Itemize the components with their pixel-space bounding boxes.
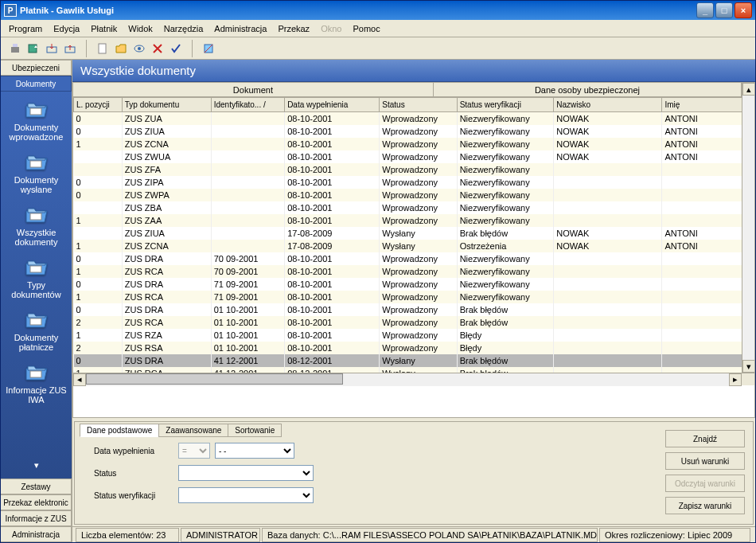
col-header-2[interactable]: Identyfikato... / xyxy=(211,98,284,112)
left-tab-przekaz-elektronic[interactable]: Przekaz elektronic xyxy=(1,494,72,510)
col-header-7[interactable]: Imię xyxy=(662,98,742,112)
menu-narzędzia[interactable]: Narzędzia xyxy=(159,22,208,35)
table-cell: 0 xyxy=(74,112,123,125)
table-cell xyxy=(211,240,284,252)
menu-administracja[interactable]: Administracja xyxy=(209,22,271,35)
table-cell: 71 09-2001 xyxy=(211,278,284,291)
scroll-right-arrow[interactable]: ▸ xyxy=(729,373,742,386)
table-row[interactable]: 1ZUS RZA01 10-200108-10-2001WprowadzonyB… xyxy=(74,329,742,342)
table-cell: 08-10-2001 xyxy=(285,138,380,150)
table-row[interactable]: 0ZUS DRA01 10-200108-10-2001WprowadzonyB… xyxy=(74,303,742,316)
table-row[interactable]: 2ZUS RSA01 10-200108-10-2001WprowadzonyB… xyxy=(74,342,742,354)
nav-item-1[interactable]: Dokumenty wysłane xyxy=(5,149,68,197)
col-header-5[interactable]: Status weryfikacji xyxy=(457,98,554,112)
menu-program[interactable]: Program xyxy=(4,22,47,35)
table-cell: ZUS ZUA xyxy=(122,112,211,125)
delete-icon[interactable] xyxy=(150,41,166,57)
menu-edycja[interactable]: Edycja xyxy=(49,22,84,35)
find-button[interactable]: Znajdź xyxy=(665,430,745,447)
table-row[interactable]: 1ZUS RCA70 09-200108-10-2001WprowadzonyN… xyxy=(74,265,742,278)
print-icon[interactable] xyxy=(7,41,23,57)
filter-tab-1[interactable]: Zaawansowane xyxy=(158,424,228,437)
table-cell: Niezweryfikowany xyxy=(457,176,554,189)
menu-widok[interactable]: Widok xyxy=(123,22,158,35)
svg-rect-11 xyxy=(30,213,41,220)
in-icon[interactable] xyxy=(44,41,60,57)
left-tab-zestawy[interactable]: Zestawy xyxy=(1,479,72,494)
export-icon[interactable] xyxy=(25,41,41,57)
filter-date-value[interactable]: - - xyxy=(215,443,294,459)
table-row[interactable]: 1ZUS ZCNA08-10-2001WprowadzonyNiezweryfi… xyxy=(74,138,742,150)
left-tab-administracja[interactable]: Administracja xyxy=(1,526,72,542)
col-header-0[interactable]: L. pozycji xyxy=(74,98,123,112)
table-cell: Brak błędów xyxy=(457,354,554,367)
table-row[interactable]: 0ZUS DRA70 09-200108-10-2001WprowadzonyN… xyxy=(74,252,742,265)
table-cell: Wprowadzony xyxy=(380,303,457,316)
table-cell: Brak błędów xyxy=(457,316,554,329)
table-cell: 08-10-2001 xyxy=(285,329,380,342)
col-header-3[interactable]: Data wypełnienia xyxy=(285,98,380,112)
vertical-scrollbar[interactable]: ▴ ▾ xyxy=(742,83,754,373)
nav-item-5[interactable]: Informacje ZUS IWA xyxy=(5,359,68,407)
table-cell xyxy=(662,214,742,227)
table-row[interactable]: 2ZUS RCA01 10-200108-10-2001WprowadzonyB… xyxy=(74,316,742,329)
table-row[interactable]: 1ZUS ZAA08-10-2001WprowadzonyNiezweryfik… xyxy=(74,214,742,227)
col-header-1[interactable]: Typ dokumentu xyxy=(122,98,211,112)
filter-verif-value[interactable] xyxy=(178,487,314,503)
nav-item-4[interactable]: Dokumenty płatnicze xyxy=(5,307,68,354)
close-button[interactable]: × xyxy=(735,2,752,18)
out-icon[interactable] xyxy=(62,41,78,57)
scroll-up-arrow[interactable]: ▴ xyxy=(742,83,755,96)
maximize-button[interactable]: □ xyxy=(715,2,733,18)
table-cell: NOWAK xyxy=(554,138,662,150)
table-row[interactable]: 0ZUS DRA41 12-200108-12-2001WysłanyBrak … xyxy=(74,354,742,367)
table-row[interactable]: ZUS ZFA08-10-2001WprowadzonyNiezweryfiko… xyxy=(74,163,742,176)
filter-tab-0[interactable]: Dane podstawowe xyxy=(80,424,159,437)
view-icon[interactable] xyxy=(131,41,147,57)
scroll-left-arrow[interactable]: ◂ xyxy=(73,373,86,386)
clear-filters-button[interactable]: Usuń warunki xyxy=(665,452,745,470)
check-icon[interactable] xyxy=(168,41,184,57)
nav-item-3[interactable]: Typy dokumentów xyxy=(5,254,68,302)
nav-label: Dokumenty wysłane xyxy=(5,175,68,194)
table-row[interactable]: 0ZUS ZUA08-10-2001WprowadzonyNiezweryfik… xyxy=(74,112,742,125)
menu-pomoc[interactable]: Pomoc xyxy=(348,22,384,35)
table-row[interactable]: 0ZUS ZIUA08-10-2001WprowadzonyNiezweryfi… xyxy=(74,125,742,138)
menu-płatnik[interactable]: Płatnik xyxy=(86,22,122,35)
table-cell xyxy=(554,303,662,316)
filter-tab-2[interactable]: Sortowanie xyxy=(228,424,282,437)
left-tab-dokumenty[interactable]: Dokumenty xyxy=(1,76,72,92)
table-cell: NOWAK xyxy=(554,125,662,138)
menubar: ProgramEdycjaPłatnikWidokNarzędziaAdmini… xyxy=(1,20,755,37)
save-filters-button[interactable]: Zapisz warunki xyxy=(665,497,745,514)
new-doc-icon[interactable] xyxy=(95,41,111,57)
nav-item-0[interactable]: Dokumenty wprowadzone xyxy=(5,96,68,144)
wizard-icon[interactable] xyxy=(201,41,216,57)
horizontal-scrollbar[interactable]: ◂ ▸ xyxy=(73,373,754,385)
folder-icon xyxy=(24,256,49,279)
col-header-6[interactable]: Nazwisko xyxy=(554,98,662,112)
menu-przekaz[interactable]: Przekaz xyxy=(273,22,314,35)
filter-date-op[interactable]: = xyxy=(178,443,210,459)
table-row[interactable]: 0ZUS ZIPA08-10-2001WprowadzonyNiezweryfi… xyxy=(74,176,742,189)
table-row[interactable]: ZUS ZWUA08-10-2001WprowadzonyNiezweryfik… xyxy=(74,150,742,163)
table-row[interactable]: 0ZUS ZWPA08-10-2001WprowadzonyNiezweryfi… xyxy=(74,189,742,201)
table-row[interactable]: 1ZUS RCA71 09-200108-10-2001WprowadzonyN… xyxy=(74,291,742,303)
col-header-4[interactable]: Status xyxy=(380,98,457,112)
minimize-button[interactable]: _ xyxy=(696,2,714,18)
left-tab-ubezpieczeni[interactable]: Ubezpieczeni xyxy=(1,60,72,76)
left-tab-informacje-z-zus[interactable]: Informacje z ZUS xyxy=(1,510,72,526)
nav-item-2[interactable]: Wszystkie dokumenty xyxy=(5,201,68,249)
table-row[interactable]: ZUS ZIUA17-08-2009WysłanyBrak błędówNOWA… xyxy=(74,227,742,240)
open-icon[interactable] xyxy=(113,41,129,57)
nav-scroll-down-icon[interactable]: ▾ xyxy=(31,457,42,474)
table-cell: 08-10-2001 xyxy=(285,150,380,163)
table-row[interactable]: 1ZUS RCA41 12-200108-12-2001WysłanyBrak … xyxy=(74,367,742,373)
table-row[interactable]: ZUS ZBA08-10-2001WprowadzonyNiezweryfiko… xyxy=(74,201,742,214)
table-cell: ANTONI xyxy=(662,150,742,163)
scroll-down-arrow[interactable]: ▾ xyxy=(742,360,755,373)
filter-status-value[interactable] xyxy=(178,465,314,481)
table-row[interactable]: 0ZUS DRA71 09-200108-10-2001WprowadzonyN… xyxy=(74,278,742,291)
scroll-thumb[interactable] xyxy=(86,373,343,385)
table-row[interactable]: 1ZUS ZCNA17-08-2009WysłanyOstrzeżeniaNOW… xyxy=(74,240,742,252)
